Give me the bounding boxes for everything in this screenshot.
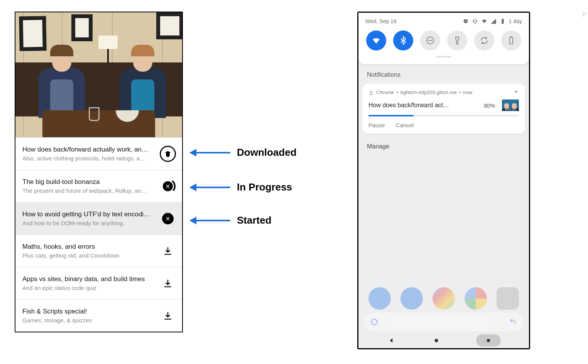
download-button[interactable] <box>160 243 176 259</box>
nav-recents-button[interactable] <box>476 334 501 347</box>
notification-cancel-button[interactable]: Cancel <box>396 122 414 128</box>
download-icon <box>163 246 173 256</box>
qs-rotate[interactable] <box>474 30 494 51</box>
episode-row[interactable]: Maths, hooks, and errors Plus cats, gett… <box>15 234 182 267</box>
messages-app-icon[interactable] <box>400 287 423 310</box>
episode-title: The big build-tool bonanza <box>22 178 156 186</box>
episode-title: Fish & Scripts special! <box>22 308 156 315</box>
episode-app: How does back/forward actually work, an…… <box>15 12 183 332</box>
hero-image <box>15 12 182 137</box>
progress-fill <box>368 115 414 116</box>
notification-pause-button[interactable]: Pause <box>368 122 385 128</box>
qs-wifi[interactable] <box>366 30 386 51</box>
alarm-icon <box>463 18 469 24</box>
annotation-label-in-progress: In Progress <box>237 181 292 193</box>
stray-char: P <box>582 12 586 19</box>
camera-app-icon[interactable] <box>497 287 519 310</box>
annotation-arrow <box>190 152 230 153</box>
qs-dnd[interactable] <box>420 30 440 51</box>
episode-row[interactable]: Fish & Scripts special! Games, storage, … <box>15 299 182 332</box>
annotation-arrow <box>190 220 230 221</box>
notification-card[interactable]: Chrome • bgfetch-http203.glitch.me • now… <box>362 84 525 134</box>
episode-row[interactable]: Apps vs sites, binary data, and build ti… <box>15 267 182 299</box>
svg-rect-3 <box>510 37 513 44</box>
svg-rect-10 <box>487 339 490 342</box>
notification-app: Chrome <box>376 89 394 95</box>
search-bar[interactable] <box>364 313 524 331</box>
shade-handle[interactable] <box>436 56 451 57</box>
notification-thumbnail <box>502 99 519 111</box>
svg-point-7 <box>514 323 515 325</box>
status-date: Wed, Sep 16 <box>365 18 397 24</box>
episode-row[interactable]: How to avoid getting UTF'd by text encod… <box>15 202 182 234</box>
home-dock <box>358 287 529 310</box>
svg-point-9 <box>435 339 438 342</box>
episode-title: How does back/forward actually work, an… <box>22 146 156 153</box>
annotation-label-started: Started <box>237 214 272 226</box>
status-bar: Wed, Sep 16 1 day <box>358 13 529 28</box>
annotation-arrow <box>190 187 230 188</box>
chevron-up-icon <box>514 89 519 94</box>
delete-download-button[interactable] <box>160 146 176 162</box>
svg-point-6 <box>514 320 516 322</box>
qs-bluetooth[interactable] <box>393 30 413 51</box>
episode-title: How to avoid getting UTF'd by text encod… <box>22 211 156 218</box>
phone-app-icon[interactable] <box>368 287 391 310</box>
episode-title: Maths, hooks, and errors <box>22 243 156 251</box>
episode-subtitle: Games, storage, & quizzes <box>22 317 156 324</box>
download-icon <box>163 278 173 288</box>
episode-subtitle: And how to be DOM-ready for anything. <box>22 220 156 226</box>
nav-back-button[interactable] <box>387 335 397 345</box>
notification-title: How does back/forward act… <box>368 102 480 109</box>
assistant-icon <box>509 318 517 326</box>
qs-flashlight[interactable] <box>447 30 467 51</box>
download-button[interactable] <box>160 308 176 324</box>
episode-list: How does back/forward actually work, an…… <box>15 137 182 332</box>
quick-settings <box>358 28 529 56</box>
download-icon <box>163 311 173 321</box>
svg-point-5 <box>510 319 513 322</box>
manage-notifications-button[interactable]: Manage <box>358 139 529 154</box>
notification-time: now <box>463 89 472 95</box>
notification-percent: 30% <box>483 102 495 109</box>
progress-cancel-icon <box>160 179 176 194</box>
battery-icon <box>500 18 506 24</box>
svg-point-8 <box>515 323 516 324</box>
battery-text: 1 day <box>509 18 522 24</box>
notification-shade: Wed, Sep 16 1 day <box>358 13 529 64</box>
nav-bar <box>358 333 529 348</box>
episode-subtitle: Plus cats, getting old, and Countdown <box>22 252 156 259</box>
phone-frame: Wed, Sep 16 1 day Notifications Chrome <box>357 12 530 349</box>
episode-subtitle: And an epic status code quiz <box>22 285 156 291</box>
signal-icon <box>490 18 497 24</box>
svg-point-4 <box>372 319 377 325</box>
cancel-download-button[interactable] <box>160 178 176 194</box>
collapse-button[interactable] <box>514 89 519 96</box>
cancel-icon <box>162 213 174 224</box>
episode-row[interactable]: The big build-tool bonanza The present a… <box>15 170 182 202</box>
trash-icon <box>160 146 176 162</box>
download-icon <box>368 90 374 95</box>
notifications-heading: Notifications <box>358 64 529 84</box>
nav-home-button[interactable] <box>431 335 441 345</box>
episode-title: Apps vs sites, binary data, and build ti… <box>22 275 156 283</box>
download-button[interactable] <box>160 275 176 292</box>
wifi-icon <box>481 18 487 24</box>
vibrate-icon <box>472 18 478 24</box>
chrome-app-icon[interactable] <box>465 287 487 310</box>
episode-row[interactable]: How does back/forward actually work, an…… <box>15 137 182 170</box>
episode-subtitle: The present and future of webpack, Rollu… <box>22 187 156 194</box>
cancel-download-button[interactable] <box>160 211 176 227</box>
progress-bar <box>368 115 519 116</box>
annotation-label-downloaded: Downloaded <box>237 147 297 158</box>
qs-battery-saver[interactable] <box>501 30 521 51</box>
notification-source: bgfetch-http203.glitch.me <box>400 89 457 95</box>
play-store-icon[interactable] <box>433 287 455 310</box>
episode-subtitle: Also, active clothing protocols, hotel r… <box>22 155 156 162</box>
google-icon <box>370 318 378 326</box>
